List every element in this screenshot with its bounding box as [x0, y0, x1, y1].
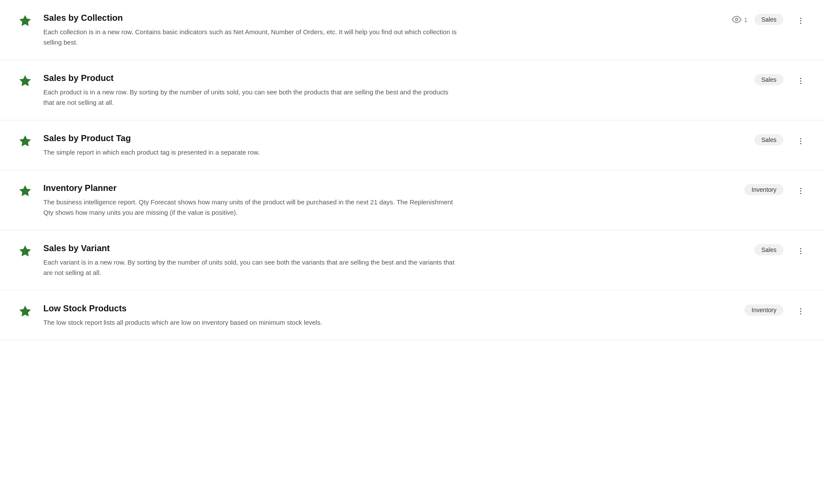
- report-title: Low Stock Products: [43, 303, 734, 314]
- report-meta: Sales: [754, 74, 783, 85]
- more-options-icon[interactable]: [794, 74, 808, 88]
- report-description: Each variant is in a new row. By sorting…: [43, 257, 459, 278]
- svg-point-13: [800, 248, 802, 249]
- more-options-icon[interactable]: [794, 244, 808, 258]
- svg-point-9: [800, 143, 802, 145]
- star-icon[interactable]: [17, 13, 33, 29]
- more-options-icon[interactable]: [794, 134, 808, 148]
- svg-point-18: [800, 313, 802, 315]
- svg-point-3: [800, 23, 802, 24]
- report-content: Sales by VariantEach variant is in a new…: [43, 242, 744, 278]
- report-content: Sales by CollectionEach collection is in…: [43, 12, 721, 48]
- category-badge: Sales: [754, 14, 783, 25]
- svg-point-15: [800, 253, 802, 255]
- category-badge: Inventory: [744, 304, 783, 316]
- report-item: Sales by Product TagThe simple report in…: [0, 120, 825, 170]
- category-badge: Sales: [754, 74, 783, 85]
- report-description: The simple report in which each product …: [43, 147, 459, 158]
- eye-icon: [732, 15, 741, 24]
- report-title: Sales by Collection: [43, 12, 721, 23]
- svg-point-7: [800, 138, 802, 139]
- report-description: The business intelligence report. Qty Fo…: [43, 197, 459, 218]
- star-icon[interactable]: [17, 183, 33, 199]
- report-meta: 1 Sales: [732, 14, 783, 25]
- report-title: Sales by Product: [43, 72, 744, 84]
- report-meta: Sales: [754, 134, 783, 145]
- view-count-number: 1: [744, 16, 747, 23]
- more-options-icon[interactable]: [794, 14, 808, 28]
- svg-point-8: [800, 141, 802, 142]
- report-meta: Inventory: [744, 184, 783, 195]
- report-description: Each product is in a new row. By sorting…: [43, 87, 459, 108]
- svg-point-17: [800, 311, 802, 312]
- svg-point-4: [800, 78, 802, 79]
- report-item: Inventory PlannerThe business intelligen…: [0, 170, 825, 230]
- report-content: Inventory PlannerThe business intelligen…: [43, 182, 734, 218]
- report-content: Low Stock ProductsThe low stock report l…: [43, 303, 734, 328]
- more-options-icon[interactable]: [794, 304, 808, 318]
- report-item: Low Stock ProductsThe low stock report l…: [0, 291, 825, 340]
- svg-point-1: [800, 18, 802, 19]
- report-description: Each collection is in a new row. Contain…: [43, 27, 459, 48]
- svg-point-5: [800, 81, 802, 82]
- svg-point-6: [800, 83, 802, 84]
- star-icon[interactable]: [17, 133, 33, 149]
- category-badge: Sales: [754, 244, 783, 255]
- report-meta: Inventory: [744, 304, 783, 316]
- svg-point-0: [735, 18, 738, 21]
- star-icon[interactable]: [17, 243, 33, 259]
- report-content: Sales by Product TagThe simple report in…: [43, 132, 744, 158]
- svg-point-10: [800, 188, 802, 189]
- report-content: Sales by ProductEach product is in a new…: [43, 72, 744, 108]
- report-description: The low stock report lists all products …: [43, 317, 459, 328]
- report-item: Sales by ProductEach product is in a new…: [0, 60, 825, 120]
- svg-point-14: [800, 251, 802, 252]
- report-list: Sales by CollectionEach collection is in…: [0, 0, 825, 504]
- report-meta: Sales: [754, 244, 783, 255]
- category-badge: Sales: [754, 134, 783, 145]
- view-count: 1: [732, 15, 747, 24]
- report-item: Sales by VariantEach variant is in a new…: [0, 230, 825, 291]
- report-title: Sales by Product Tag: [43, 132, 744, 144]
- report-title: Sales by Variant: [43, 242, 744, 254]
- svg-point-16: [800, 308, 802, 310]
- report-item: Sales by CollectionEach collection is in…: [0, 0, 825, 60]
- star-icon[interactable]: [17, 73, 33, 89]
- report-title: Inventory Planner: [43, 182, 734, 194]
- category-badge: Inventory: [744, 184, 783, 195]
- svg-point-12: [800, 193, 802, 194]
- svg-point-2: [800, 20, 802, 22]
- more-options-icon[interactable]: [794, 184, 808, 198]
- star-icon[interactable]: [17, 304, 33, 319]
- svg-point-11: [800, 191, 802, 192]
